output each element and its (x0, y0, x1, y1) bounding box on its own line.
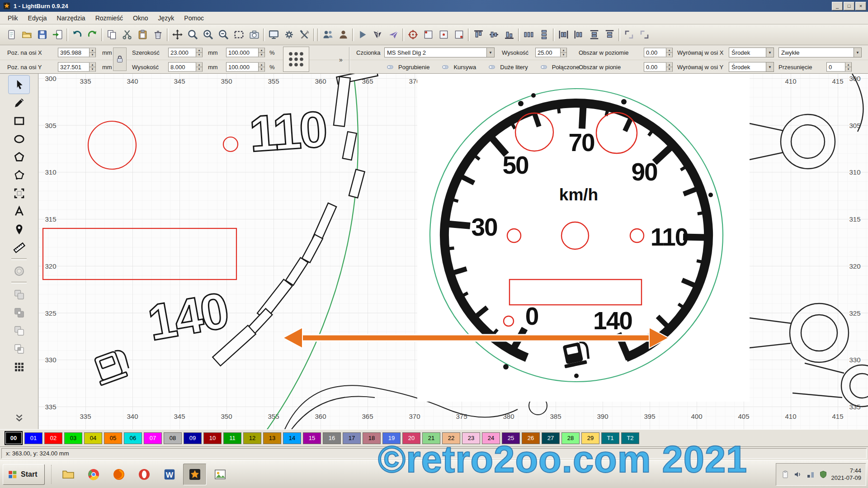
position-center-button[interactable] (436, 26, 451, 43)
palette-swatch-22[interactable]: 22 (442, 432, 460, 444)
tray-clipboard-icon[interactable] (781, 470, 790, 479)
taskbar-explorer-button[interactable] (57, 464, 80, 485)
pos-y-spinner[interactable]: ▲▼ (89, 63, 95, 71)
taskbar-firefox-button[interactable] (107, 464, 131, 485)
toolbar-button[interactable] (617, 27, 621, 43)
height-percent-field[interactable]: 100.000▲▼ (226, 62, 265, 72)
expand-toolbar-button[interactable]: » (336, 55, 345, 64)
offset-field[interactable]: 0▲▼ (826, 62, 852, 72)
mirror-horizontal-button[interactable] (370, 26, 386, 43)
palette-swatch-29[interactable]: 29 (581, 432, 599, 444)
new-file-button[interactable] (4, 26, 19, 43)
camera-capture-button[interactable] (246, 26, 262, 43)
height-spinner[interactable]: ▲▼ (196, 63, 202, 71)
palette-swatch-25[interactable]: 25 (502, 432, 520, 444)
toolbar-button[interactable] (65, 27, 69, 43)
maximize-button[interactable]: □ (844, 2, 854, 10)
grid-array-button[interactable] (9, 358, 29, 376)
palette-swatch-15[interactable]: 15 (303, 432, 321, 444)
h-space-field[interactable]: 0.00▲▼ (644, 48, 673, 57)
menu-rozmiesc[interactable]: Rozmieść (90, 13, 128, 24)
palette-swatch-27[interactable]: 27 (542, 432, 560, 444)
delete-button[interactable] (150, 26, 165, 43)
tool-button[interactable] (9, 256, 29, 262)
aspect-lock-button[interactable] (113, 47, 127, 71)
polygon-tool-button[interactable] (9, 148, 29, 166)
palette-swatch-09[interactable]: 09 (184, 432, 202, 444)
width-percent-spinner[interactable]: ▲▼ (258, 48, 264, 57)
palette-swatch-26[interactable]: 26 (522, 432, 540, 444)
import-button[interactable] (50, 26, 65, 43)
palette-swatch-02[interactable]: 02 (44, 432, 62, 444)
palette-swatch-12[interactable]: 12 (243, 432, 261, 444)
cut-button[interactable] (119, 26, 135, 43)
toolbar-button[interactable] (165, 27, 170, 43)
palette-swatch-11[interactable]: 11 (223, 432, 241, 444)
menu-edycja[interactable]: Edycja (23, 13, 52, 24)
settings-button[interactable] (281, 26, 297, 43)
title-bar[interactable]: 1 - LightBurn 0.9.24 _□× (0, 0, 868, 12)
font-height-spinner[interactable]: ▲▼ (560, 48, 566, 57)
align-x-select[interactable]: Środek▼ (729, 47, 774, 57)
rectangle-tool-button[interactable] (9, 112, 29, 130)
zoom-in-button[interactable] (200, 26, 216, 43)
collapse-toolbar-button[interactable] (9, 408, 29, 426)
dock-right-button[interactable] (637, 26, 652, 43)
toolbar-button[interactable] (316, 27, 320, 43)
v-space-spinner[interactable]: ▲▼ (666, 63, 672, 71)
align-bottom-button[interactable] (501, 26, 517, 43)
toolbar-button[interactable] (467, 27, 471, 43)
space-vertical-button[interactable] (602, 26, 617, 43)
palette-swatch-28[interactable]: 28 (561, 432, 580, 444)
palette-swatch-05[interactable]: 05 (104, 432, 122, 444)
pos-y-field[interactable]: 327.501▲▼ (58, 62, 96, 72)
toolbar-button[interactable] (262, 27, 266, 43)
taskbar-clock[interactable]: 7:44 2021-07-09 (831, 467, 862, 482)
palette-swatch-19[interactable]: 19 (382, 432, 401, 444)
v-space-field[interactable]: 0.00▲▼ (644, 62, 673, 72)
move-h-together-button[interactable] (556, 26, 571, 43)
move-v-together-button[interactable] (571, 26, 586, 43)
width-percent-field[interactable]: 100.000▲▼ (226, 48, 265, 57)
tool-button[interactable] (9, 280, 29, 285)
weld-shapes-button[interactable] (9, 285, 29, 303)
chevron-down-icon[interactable]: ▼ (766, 48, 774, 57)
paste-button[interactable] (135, 26, 150, 43)
palette-swatch-14[interactable]: 14 (283, 432, 301, 444)
palette-swatch-07[interactable]: 07 (144, 432, 162, 444)
height-field[interactable]: 8.000▲▼ (168, 62, 203, 72)
palette-swatch-t2[interactable]: T2 (621, 432, 639, 444)
minimize-button[interactable]: _ (832, 2, 843, 10)
anchor-point-selector[interactable] (283, 47, 309, 72)
device-settings-button[interactable] (297, 26, 312, 43)
boolean-intersect-button[interactable] (9, 340, 29, 358)
bold-toggle[interactable]: Pogrubienie (384, 64, 429, 71)
palette-swatch-t1[interactable]: T1 (601, 432, 619, 444)
tray-volume-icon[interactable] (793, 470, 802, 479)
frame-selection-button[interactable] (231, 26, 246, 43)
distribute-vertical-button[interactable] (536, 26, 552, 43)
send-to-laser-button[interactable] (386, 26, 401, 43)
distribute-horizontal-button[interactable] (521, 26, 536, 43)
align-top-button[interactable] (471, 26, 486, 43)
boolean-union-button[interactable] (9, 303, 29, 322)
palette-swatch-13[interactable]: 13 (263, 432, 281, 444)
toolbar-button[interactable] (517, 27, 521, 43)
offset-spinner[interactable]: ▲▼ (845, 63, 851, 71)
width-spinner[interactable]: ▲▼ (196, 48, 202, 57)
edit-nodes-tool-button[interactable] (9, 166, 29, 184)
menu-plik[interactable]: Plik (3, 13, 23, 24)
measure-tool-button[interactable] (9, 238, 29, 256)
taskbar-lightburn-button[interactable] (183, 464, 207, 485)
font-select[interactable]: MS Shell Dlg 2▼ (384, 47, 495, 57)
boolean-subtract-button[interactable] (9, 322, 29, 340)
palette-swatch-06[interactable]: 06 (124, 432, 142, 444)
palette-swatch-20[interactable]: 20 (402, 432, 420, 444)
h-space-spinner[interactable]: ▲▼ (666, 48, 672, 57)
toolbar-button[interactable] (552, 27, 556, 43)
taskbar-photos-button[interactable] (208, 464, 232, 485)
position-lower-right-button[interactable] (451, 26, 467, 43)
font-height-field[interactable]: 25.00▲▼ (535, 48, 567, 57)
taskbar-opera-button[interactable] (132, 464, 156, 485)
pan-view-button[interactable] (170, 26, 185, 43)
